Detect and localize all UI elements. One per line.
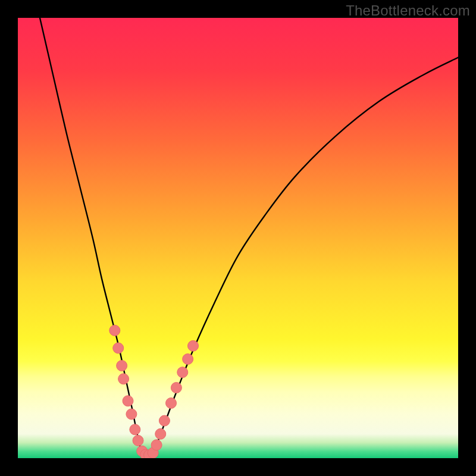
curve-marker <box>188 340 199 351</box>
plot-area <box>18 18 458 458</box>
watermark-text: TheBottleneck.com <box>346 2 470 19</box>
curve-marker <box>151 440 162 450</box>
curve-marker <box>130 424 140 435</box>
curve-marker <box>109 325 120 336</box>
curve-layer <box>18 18 458 458</box>
curve-marker <box>177 367 188 378</box>
curve-marker <box>183 354 193 365</box>
curve-marker <box>171 383 181 393</box>
curve-marker <box>113 343 124 353</box>
chart-frame: TheBottleneck.com <box>0 0 476 476</box>
curve-marker <box>126 409 137 419</box>
curve-marker <box>123 396 133 406</box>
curve-marker <box>117 361 127 371</box>
curve-marker <box>159 415 170 426</box>
curve-marker <box>155 428 166 439</box>
curve-marker <box>118 374 129 384</box>
bottleneck-curve <box>40 18 458 456</box>
curve-markers <box>109 325 199 458</box>
curve-marker <box>166 398 177 409</box>
curve-marker <box>133 435 143 446</box>
